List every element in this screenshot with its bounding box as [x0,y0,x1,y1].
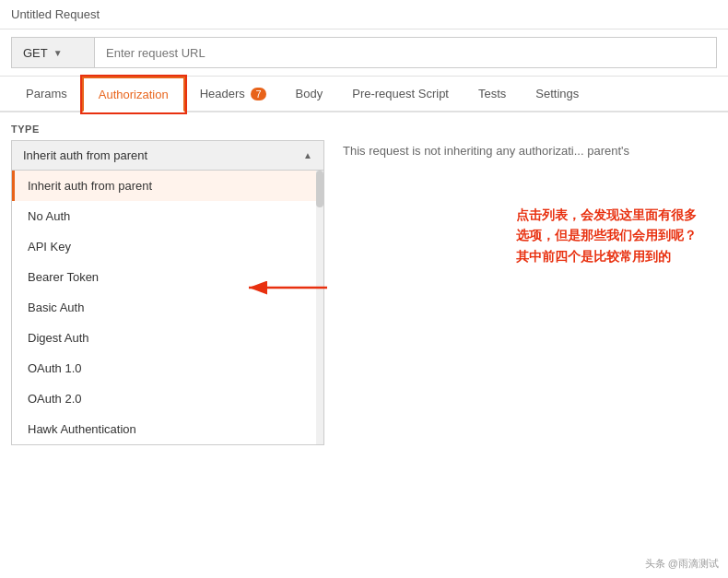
right-info-panel: This request is not inheriting any autho… [324,124,717,567]
dropdown-item-oauth1[interactable]: OAuth 1.0 [12,353,323,383]
headers-badge: 7 [251,88,265,100]
dropdown-item-digest[interactable]: Digest Auth [12,323,323,353]
tab-body[interactable]: Body [281,77,338,112]
right-info-text: This request is not inheriting any autho… [343,144,629,158]
url-input[interactable] [94,37,717,68]
main-content: TYPE Inherit auth from parent ▲ Inherit … [0,112,728,578]
dropdown-item-inherit[interactable]: Inherit auth from parent [12,171,323,201]
watermark: 头条 @雨滴测试 [645,557,719,571]
tab-headers[interactable]: Headers 7 [185,77,281,112]
tabs-bar: Params Authorization Headers 7 Body Pre-… [0,77,728,112]
app-window: Untitled Request GET ▼ Params Authorizat… [0,0,728,578]
annotation-arrow-icon [240,274,332,301]
method-selector[interactable]: GET ▼ [11,37,94,68]
dropdown-selected-label: Inherit auth from parent [23,148,147,162]
url-bar: GET ▼ [0,29,728,77]
tab-authorization[interactable]: Authorization [82,77,185,112]
type-label: TYPE [11,124,324,135]
dropdown-arrow-icon: ▲ [303,150,312,160]
tab-params[interactable]: Params [11,77,82,112]
tab-settings[interactable]: Settings [521,77,593,112]
dropdown-item-api-key[interactable]: API Key [12,231,323,262]
left-panel: TYPE Inherit auth from parent ▲ Inherit … [11,124,324,567]
dropdown-item-oauth2[interactable]: OAuth 2.0 [12,383,323,414]
dropdown-selected[interactable]: Inherit auth from parent ▲ [12,141,323,171]
tab-tests[interactable]: Tests [464,77,521,112]
method-label: GET [23,46,48,60]
window-title: Untitled Request [11,7,717,21]
scrollbar-thumb[interactable] [316,171,323,207]
dropdown-list: Inherit auth from parent No Auth API Key… [12,171,323,444]
method-arrow-icon: ▼ [53,48,63,58]
scrollbar-track [316,171,323,444]
title-bar: Untitled Request [0,0,728,29]
tab-pre-request[interactable]: Pre-request Script [337,77,464,112]
dropdown-item-no-auth[interactable]: No Auth [12,201,323,231]
annotation-container: 点击列表，会发现这里面有很多选项，但是那些我们会用到呢？其中前四个是比较常用到的 [516,205,700,266]
annotation-text: 点击列表，会发现这里面有很多选项，但是那些我们会用到呢？其中前四个是比较常用到的 [516,205,700,266]
dropdown-item-hawk[interactable]: Hawk Authentication [12,414,323,444]
